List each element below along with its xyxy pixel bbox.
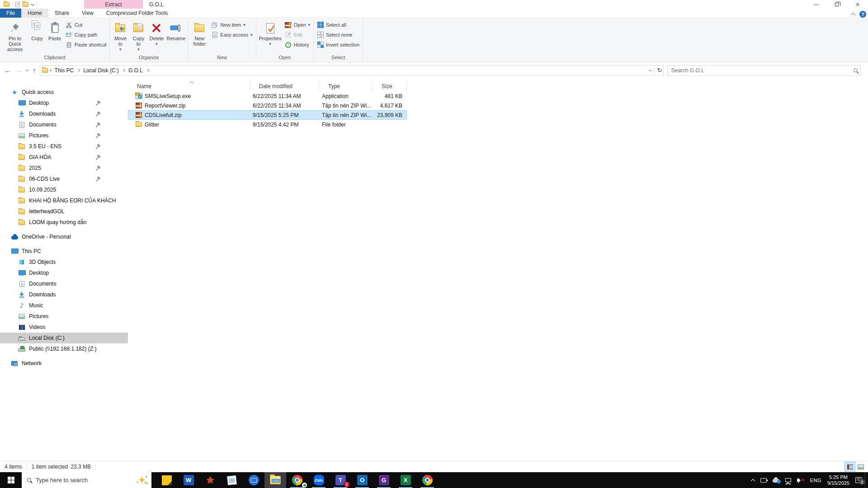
- sidebar-item-desktop[interactable]: Desktop: [0, 98, 128, 108]
- start-button[interactable]: [0, 472, 22, 488]
- taskbar-app-file-explorer[interactable]: [264, 472, 286, 488]
- sidebar-item-khai-ho-bang-eori[interactable]: KHAI HỘ BẰNG EORI CỦA KHÁCH: [0, 195, 128, 206]
- sidebar-item-10-09-2025[interactable]: 10.09.2025: [0, 184, 128, 195]
- new-folder-button[interactable]: New folder: [189, 19, 209, 47]
- taskbar-app-ultraviewer[interactable]: [243, 472, 264, 488]
- properties-button[interactable]: Properties: [258, 19, 283, 47]
- tab-view[interactable]: View: [75, 9, 100, 18]
- sidebar-item-2025[interactable]: 2025: [0, 163, 128, 174]
- sidebar-item-gia-hoa[interactable]: GIA HÒA: [0, 152, 128, 163]
- history-button[interactable]: History: [285, 40, 310, 49]
- breadcrumb-this-pc[interactable]: This PC: [52, 67, 77, 74]
- sidebar-item-letterheadgol[interactable]: letterheadGOL: [0, 206, 128, 217]
- recent-locations-chevron-icon[interactable]: [26, 68, 29, 71]
- taskbar-app-chrome-1[interactable]: [286, 472, 308, 488]
- taskbar-app-sticky-notes[interactable]: [156, 472, 178, 488]
- sidebar-item-public-z[interactable]: Public (\\192.168.1.182) (Z:): [0, 343, 128, 354]
- sidebar-item-3d-objects[interactable]: 3D Objects: [0, 257, 128, 267]
- sidebar-item-pc-pictures[interactable]: Pictures: [0, 311, 128, 322]
- sidebar-item-music[interactable]: Music: [0, 300, 128, 311]
- tab-compressed-folder-tools[interactable]: Compressed Folder Tools: [100, 9, 175, 18]
- column-header-date-modified[interactable]: Date modified: [250, 81, 319, 91]
- language-indicator[interactable]: ENG: [810, 478, 821, 483]
- search-input[interactable]: [670, 67, 854, 74]
- sidebar-item-this-pc[interactable]: This PC: [0, 246, 128, 257]
- cut-button[interactable]: Cut: [66, 20, 106, 29]
- onedrive-tray-icon[interactable]: [773, 479, 779, 483]
- volume-muted-icon[interactable]: ×: [797, 478, 804, 483]
- breadcrumb[interactable]: This PC Local Disk (C:) G.O.L ↻: [40, 65, 664, 76]
- invert-selection-button[interactable]: Invert selection: [317, 40, 359, 49]
- qat-properties-icon[interactable]: [15, 2, 20, 7]
- tab-file[interactable]: File: [0, 9, 21, 18]
- sidebar-item-pictures[interactable]: Pictures: [0, 130, 128, 141]
- column-header-size[interactable]: Size: [373, 81, 407, 91]
- copy-button[interactable]: Copy: [28, 19, 46, 42]
- file-row-cdslivefull-selected[interactable]: CDSLivefull.zip 9/15/2025 5:25 PM Tập ti…: [128, 110, 407, 120]
- taskbar-app-excel[interactable]: X: [395, 472, 416, 488]
- up-icon[interactable]: ↑: [33, 66, 36, 74]
- delete-button[interactable]: Delete: [147, 19, 165, 47]
- sidebar-item-videos[interactable]: Videos: [0, 322, 128, 333]
- column-header-name[interactable]: Name: [128, 81, 250, 91]
- tab-share[interactable]: Share: [48, 9, 75, 18]
- breadcrumb-local-disk-c[interactable]: Local Disk (C:): [80, 67, 122, 74]
- taskbar-app-purple[interactable]: G: [373, 472, 395, 488]
- column-header-type[interactable]: Type: [319, 81, 373, 91]
- refresh-icon[interactable]: ↻: [657, 67, 662, 74]
- file-row-glitter[interactable]: Glitter 9/15/2025 4:42 PM File folder: [128, 120, 407, 129]
- forward-icon[interactable]: →: [15, 66, 22, 74]
- qat-new-folder-icon[interactable]: [23, 2, 28, 7]
- taskbar-app-ecus[interactable]: ★: [199, 472, 221, 488]
- select-all-button[interactable]: Select all: [317, 20, 359, 29]
- taskbar-app-chrome-2[interactable]: [416, 472, 438, 488]
- clock[interactable]: 5:25 PM 9/15/2025: [827, 474, 849, 486]
- network-tray-icon[interactable]: [785, 478, 791, 482]
- sidebar-item-documents[interactable]: Documents: [0, 119, 128, 130]
- easy-access-button[interactable]: Easy access: [211, 30, 252, 39]
- tray-expand-chevron-icon[interactable]: [750, 479, 755, 483]
- sidebar-item-pc-desktop[interactable]: Desktop: [0, 267, 128, 278]
- sidebar-item-downloads[interactable]: Downloads: [0, 108, 128, 119]
- select-none-button[interactable]: Select none: [317, 30, 359, 39]
- copy-path-button[interactable]: Copy path: [66, 30, 106, 39]
- taskbar-app-notepad[interactable]: [221, 472, 243, 488]
- tab-home[interactable]: Home: [21, 9, 48, 18]
- close-button[interactable]: ×: [847, 0, 868, 9]
- file-row-reportviewer[interactable]: ReportViewer.zip 6/22/2025 11:34 AM Tập …: [128, 101, 407, 110]
- sidebar-item-loom-quay-huong-dan[interactable]: LOOM quay hướng dẫn: [0, 217, 128, 228]
- sidebar-item-pc-documents[interactable]: Documents: [0, 278, 128, 289]
- sidebar-item-quick-access[interactable]: Quick access: [0, 87, 128, 98]
- paste-shortcut-button[interactable]: Paste shortcut: [66, 40, 106, 49]
- notification-center-icon[interactable]: 3: [855, 477, 862, 483]
- taskbar-app-outlook[interactable]: O: [351, 472, 373, 488]
- open-button[interactable]: Open: [285, 20, 310, 29]
- new-item-button[interactable]: New item: [211, 20, 252, 29]
- back-icon[interactable]: ←: [5, 66, 11, 74]
- qat-folder-icon[interactable]: [4, 2, 9, 7]
- qat-customize-chevron-icon[interactable]: [31, 2, 34, 5]
- pin-to-quick-access-button[interactable]: Pin to Quick access: [1, 19, 28, 53]
- minimize-button[interactable]: [806, 0, 826, 9]
- taskbar-app-word[interactable]: W: [178, 472, 199, 488]
- taskbar-app-teams[interactable]: T 1: [330, 472, 351, 488]
- file-row-smslivesetup[interactable]: SMSLiveSetup.exe 6/22/2025 11:34 AM Appl…: [128, 91, 407, 101]
- sidebar-item-onedrive[interactable]: OneDrive - Personal: [0, 231, 128, 242]
- meet-now-icon[interactable]: [760, 478, 767, 483]
- copy-to-button[interactable]: Copy to: [129, 19, 147, 53]
- help-icon[interactable]: ?: [859, 11, 866, 18]
- taskbar-search-input[interactable]: [35, 476, 132, 484]
- edit-button[interactable]: Edit: [285, 30, 310, 39]
- taskbar-search[interactable]: [22, 472, 151, 488]
- large-icons-view-button[interactable]: [855, 462, 866, 472]
- restore-button[interactable]: [826, 0, 847, 9]
- address-dropdown-chevron-icon[interactable]: [649, 68, 652, 71]
- contextual-tab-header-extract[interactable]: Extract: [84, 0, 143, 9]
- paste-button[interactable]: Paste: [46, 19, 64, 42]
- sidebar-item-06-cds-live[interactable]: 06-CDS Live: [0, 174, 128, 184]
- sidebar-item-35-eu-ens[interactable]: 3.5 EU - ENS: [0, 141, 128, 152]
- details-view-button[interactable]: [844, 462, 855, 472]
- move-to-button[interactable]: Move to: [111, 19, 129, 53]
- search-icon[interactable]: [854, 68, 858, 72]
- collapse-ribbon-icon[interactable]: [851, 13, 856, 18]
